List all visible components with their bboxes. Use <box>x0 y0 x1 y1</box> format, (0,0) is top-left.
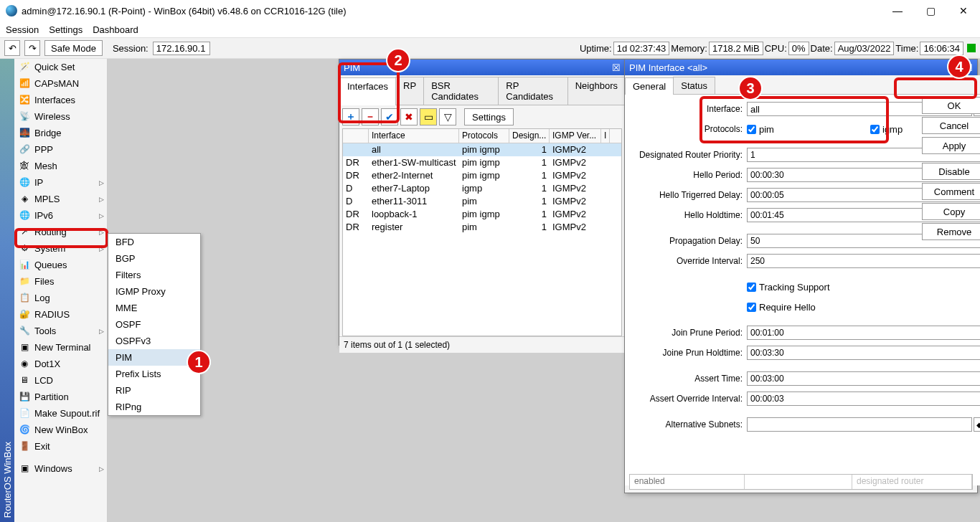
undo-button[interactable]: ↶ <box>4 40 20 56</box>
add-button[interactable]: ＋ <box>342 108 359 125</box>
tab-neighbors[interactable]: Neighbors <box>567 77 626 105</box>
sidebar-item-ipv6[interactable]: 🌐IPv6▷ <box>14 207 107 224</box>
table-row[interactable]: DRether1-SW-multicastpim igmp1IGMPv2 <box>343 156 621 169</box>
sidebar-item-lcd[interactable]: 🖥LCD <box>14 372 107 389</box>
sidebar-item-quick-set[interactable]: 🪄Quick Set <box>14 59 107 75</box>
sidebar-item-files[interactable]: 📁Files <box>14 273 107 290</box>
sidebar-item-ip[interactable]: 🌐IP▷ <box>14 174 107 191</box>
enable-button[interactable]: ✔ <box>381 108 398 125</box>
pim-interface-grid[interactable]: InterfaceProtocolsDesign...IGMP Ver...I … <box>342 128 622 336</box>
sidebar-item-windows[interactable]: ▣Windows▷ <box>14 460 107 477</box>
close-button[interactable]: ✕ <box>947 0 980 22</box>
proto-pim-checkbox[interactable]: pim <box>747 124 862 135</box>
submenu-item-rip[interactable]: RIP <box>108 382 200 399</box>
submenu-item-bgp[interactable]: BGP <box>108 250 200 267</box>
col-header[interactable]: Interface <box>369 129 459 143</box>
comment-button[interactable]: Comment <box>922 183 980 200</box>
join-prune-period-input[interactable] <box>747 326 980 340</box>
table-row[interactable]: DRether2-Internetpim igmp1IGMPv2 <box>343 169 621 182</box>
sidebar-item-system[interactable]: ⚙System▷ <box>14 240 107 257</box>
apply-button[interactable]: Apply <box>922 137 980 154</box>
sidebar-item-partition[interactable]: 💾Partition <box>14 389 107 405</box>
sidebar-item-mesh[interactable]: 🕸Mesh <box>14 158 107 174</box>
sidebar-item-dot1x[interactable]: ◉Dot1X <box>14 356 107 372</box>
submenu-item-mme[interactable]: MME <box>108 300 200 316</box>
sidebar-item-interfaces[interactable]: 🔀Interfaces <box>14 92 107 108</box>
copy-button[interactable]: Copy <box>922 203 980 220</box>
sidebar-item-bridge[interactable]: 🌉Bridge <box>14 125 107 141</box>
col-header[interactable]: IGMP Ver... <box>550 129 601 143</box>
pim-interface-title[interactable]: PIM Interface <all>☒ <box>625 60 977 75</box>
sidebar-item-mpls[interactable]: ◈MPLS▷ <box>14 191 107 207</box>
sidebar-item-routing[interactable]: ↗Routing▷ <box>14 224 107 240</box>
sidebar-item-log[interactable]: 📋Log <box>14 290 107 306</box>
table-row[interactable]: Dether7-Laptopigmp1IGMPv2 <box>343 182 621 195</box>
sidebar-item-wireless[interactable]: 📡Wireless <box>14 108 107 125</box>
close-icon[interactable]: ☒ <box>612 62 621 73</box>
cancel-button[interactable]: Cancel <box>922 117 980 134</box>
sidebar-item-capsman[interactable]: 📶CAPsMAN <box>14 75 107 92</box>
sidebar-item-make-supout.rif[interactable]: 📄Make Supout.rif <box>14 405 107 422</box>
pim-window-title[interactable]: PIM☒ <box>339 60 625 75</box>
table-row[interactable]: allpim igmp1IGMPv2 <box>343 143 621 156</box>
col-header[interactable]: I <box>601 129 610 143</box>
submenu-item-ospfv3[interactable]: OSPFv3 <box>108 333 200 349</box>
assert-override-input[interactable] <box>747 392 980 406</box>
col-header[interactable]: Protocols <box>459 129 509 143</box>
sidebar-item-new-winbox[interactable]: 🌀New WinBox <box>14 422 107 438</box>
menubar: Session Settings Dashboard <box>0 22 980 37</box>
disable-button[interactable]: Disable <box>922 163 980 180</box>
maximize-button[interactable]: ▢ <box>914 0 947 22</box>
table-row[interactable]: DRregisterpim1IGMPv2 <box>343 221 621 234</box>
sidebar-item-radius[interactable]: 🔐RADIUS <box>14 306 107 323</box>
submenu-item-igmp-proxy[interactable]: IGMP Proxy <box>108 283 200 300</box>
submenu-item-prefix-lists[interactable]: Prefix Lists <box>108 366 200 382</box>
menu-settings[interactable]: Settings <box>49 24 83 35</box>
sidebar-label: Bridge <box>34 128 62 138</box>
override-interval-label: Override Interval: <box>632 256 747 266</box>
tab-interfaces[interactable]: Interfaces <box>339 77 396 105</box>
sidebar-label: System <box>34 243 65 254</box>
filter-button[interactable]: ▽ <box>439 108 456 125</box>
disable-button[interactable]: ✖ <box>400 108 418 125</box>
remove-button[interactable]: － <box>362 108 379 125</box>
submenu-item-ospf[interactable]: OSPF <box>108 316 200 333</box>
col-header[interactable] <box>343 129 369 143</box>
table-row[interactable]: Dether11-3011pim1IGMPv2 <box>343 195 621 208</box>
tab-general[interactable]: General <box>625 77 674 95</box>
redo-button[interactable]: ↷ <box>24 40 40 56</box>
join-prune-holdtime-input[interactable] <box>747 346 980 360</box>
assert-time-input[interactable] <box>747 371 980 386</box>
sidebar-icon: 📡 <box>19 111 30 123</box>
sidebar-item-exit[interactable]: 🚪Exit <box>14 438 107 455</box>
col-header[interactable]: Design... <box>509 129 550 143</box>
alt-subnets-input[interactable] <box>747 417 972 432</box>
remove-button[interactable]: Remove <box>922 223 980 240</box>
override-interval-input[interactable] <box>747 254 980 268</box>
ok-button[interactable]: OK <box>922 97 980 114</box>
sidebar-item-new-terminal[interactable]: ▣New Terminal <box>14 339 107 356</box>
session-value[interactable]: 172.16.90.1 <box>153 42 210 55</box>
sidebar-item-ppp[interactable]: 🔗PPP <box>14 141 107 158</box>
activity-led <box>967 44 976 52</box>
submenu-item-bfd[interactable]: BFD <box>108 234 200 250</box>
safe-mode-button[interactable]: Safe Mode <box>44 40 103 56</box>
sidebar-item-queues[interactable]: 📊Queues <box>14 257 107 273</box>
table-row[interactable]: DRloopback-1pim igmp1IGMPv2 <box>343 208 621 221</box>
submenu-item-filters[interactable]: Filters <box>108 267 200 283</box>
tracking-support-checkbox[interactable]: Tracking Support <box>747 282 862 293</box>
menu-session[interactable]: Session <box>6 24 39 35</box>
tab-bsr-candidates[interactable]: BSR Candidates <box>423 77 499 105</box>
minimize-button[interactable]: — <box>881 0 914 22</box>
menu-dashboard[interactable]: Dashboard <box>93 24 138 35</box>
tab-rp-candidates[interactable]: RP Candidates <box>498 77 567 105</box>
alt-subnets-stepper[interactable]: ◆ <box>974 417 980 432</box>
tab-rp[interactable]: RP <box>395 77 424 105</box>
sidebar-item-tools[interactable]: 🔧Tools▷ <box>14 323 107 339</box>
require-hello-checkbox[interactable]: Require Hello <box>747 302 862 313</box>
vertical-brand: RouterOS WinBox <box>0 59 14 522</box>
tab-status[interactable]: Status <box>673 77 715 94</box>
settings-button[interactable]: Settings <box>464 108 514 125</box>
comment-button[interactable]: ▭ <box>420 108 437 125</box>
submenu-item-ripng[interactable]: RIPng <box>108 399 200 415</box>
